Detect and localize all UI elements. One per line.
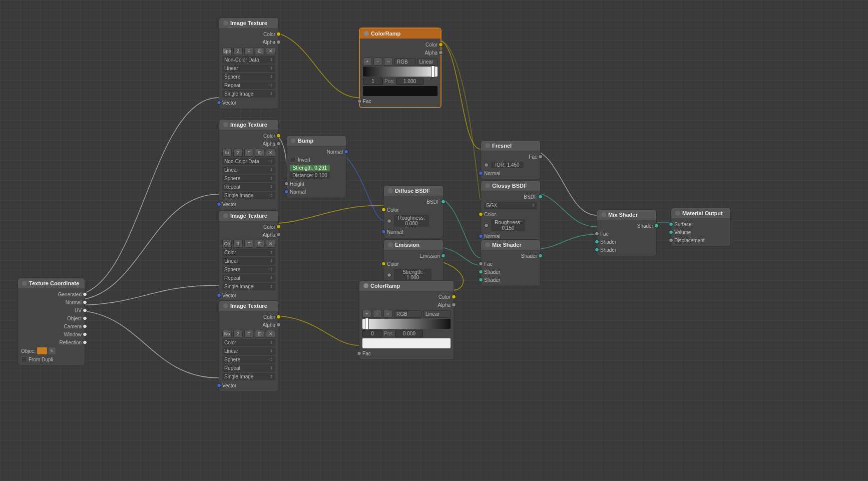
cr1-pos: 1 Pos: 1.000 [363,78,438,85]
image-texture-3-header: Image Texture [219,211,278,221]
diff-color-in: Color [384,206,443,214]
bump-strength-field: Strength: 0.291 [290,165,343,171]
ms1-shader2-in: Shader [481,276,540,284]
it4-icons: No 2 F ⊡ ✕ [222,330,275,338]
tc-generated: Generated [18,290,85,298]
mo-surface-in: Surface [671,220,730,228]
tc-window: Window [18,330,85,338]
image-texture-4-node: Image Texture Color Alpha No 2 F ⊡ ✕ Col… [219,300,279,392]
emission-out: Emission [384,252,443,260]
emission-strength: Strength: 1.000 [387,269,440,281]
glossy-bsdf-header: Glossy BSDF [481,181,540,191]
diff-roughness: Roughness: 0.000 [387,215,440,227]
it4-dd4[interactable]: Repeat⇕ [222,364,275,372]
texture-coordinate-node: Texture Coordinate Generated Normal UV O… [18,278,85,366]
glossy-color-in: Color [481,210,540,218]
it4-color: Color [219,313,278,321]
it2-alpha: Alpha [219,140,278,148]
ms2-fac-in: Fac [597,230,656,238]
mo-displacement-in: Displacement [671,236,730,244]
diff-normal-in: Normal [384,228,443,236]
it1-dd1[interactable]: Non-Color Data⇕ [222,56,275,64]
fresnel-normal-in: Normal [481,169,540,177]
it3-dd5[interactable]: Single Image⇕ [222,283,275,290]
it1-dd4[interactable]: Repeat⇕ [222,82,275,89]
bump-invert: Invert [287,156,346,164]
it1-color: Color [219,30,278,38]
it4-dd2[interactable]: Linear⇕ [222,347,275,355]
it1-dd3[interactable]: Sphere⇕ [222,73,275,81]
fresnel-fac-out: Fac [481,153,540,161]
ms1-shader-out: Shader [481,252,540,260]
bump-header: Bump [287,136,346,146]
bump-node: Bump Normal Invert Strength: 0.291 Dista… [286,135,346,198]
it1-dd5[interactable]: Single Image⇕ [222,90,275,98]
it1-dd2[interactable]: Linear⇕ [222,65,275,72]
ms2-shader2-in: Shader [597,246,656,254]
fresnel-ior: IOR: 1.450 [484,162,537,168]
diff-bsdf-out: BSDF [384,198,443,206]
it2-dd1[interactable]: Non-Color Data⇕ [222,158,275,165]
image-texture-1-header: Image Texture [219,18,278,28]
it3-dd2[interactable]: Linear⇕ [222,257,275,265]
it2-icons: tu 2 F ⊡ ✕ [222,149,275,157]
fresnel-header: Fresnel [481,141,540,151]
mix-shader-1-node: Mix Shader Shader Fac Shader Shader [481,239,541,286]
emission-header: Emission [384,240,443,250]
bump-normal-in: Normal [287,188,346,196]
diffuse-bsdf-node: Diffuse BSDF BSDF Color Roughness: 0.000… [383,185,444,238]
glossy-ggx[interactable]: GGX⇕ [484,202,537,209]
cr1-fac: Fac [360,97,441,105]
it1-icons: Spe 2 F ⊡ ✕ [222,47,275,55]
cr2-fac: Fac [359,349,454,357]
cr2-alpha: Alpha [359,301,454,309]
cr2-color: Color [359,293,454,301]
tc-reflection: Reflection [18,338,85,346]
it3-vector: Vector [219,291,278,299]
color-ramp-2-header: ColorRamp [359,281,454,291]
material-output-node: Material Output Surface Volume Displacem… [671,208,731,247]
it4-dd3[interactable]: Sphere⇕ [222,356,275,363]
it4-alpha: Alpha [219,321,278,329]
fresnel-node: Fresnel Fac IOR: 1.450 Normal [481,140,541,180]
texture-coordinate-header: Texture Coordinate [18,278,85,288]
mix-shader-2-header: Mix Shader [597,210,656,220]
image-texture-2-header: Image Texture [219,120,278,130]
it2-dd2[interactable]: Linear⇕ [222,166,275,174]
cr2-pos: 0 Pos: 0.000 [362,330,451,337]
cr1-alpha: Alpha [360,49,441,57]
it3-alpha: Alpha [219,231,278,239]
it3-dd1[interactable]: Color⇕ [222,249,275,256]
it2-dd4[interactable]: Repeat⇕ [222,183,275,191]
material-output-header: Material Output [671,208,730,218]
mix-shader-1-header: Mix Shader [481,240,540,250]
cr2-controls: + − ↔ RGB Linear [362,310,451,318]
it2-dd3[interactable]: Sphere⇕ [222,175,275,182]
it2-vector: Vector [219,200,278,208]
color-ramp-1-header: ColorRamp [360,29,441,39]
tc-object: Object [18,314,85,322]
ms1-shader1-in: Shader [481,268,540,276]
it1-alpha: Alpha [219,38,278,46]
ms2-shader-out: Shader [597,222,656,230]
tc-camera: Camera [18,322,85,330]
it3-dd4[interactable]: Repeat⇕ [222,274,275,282]
color-ramp-2-node: ColorRamp Color Alpha + − ↔ RGB Linear 0… [359,280,454,360]
emission-color-in: Color [384,260,443,268]
color-ramp-1-node: ColorRamp Color Alpha + − ↔ RGB Linear 1… [359,28,442,108]
diffuse-bsdf-header: Diffuse BSDF [384,186,443,196]
mix-shader-2-node: Mix Shader Shader Fac Shader Shader [597,209,657,256]
cr1-preview [363,86,438,96]
mo-volume-in: Volume [671,228,730,236]
bump-height-in: Height [287,180,346,188]
it4-dd5[interactable]: Single Image⇕ [222,373,275,380]
it3-dd3[interactable]: Sphere⇕ [222,266,275,273]
image-texture-4-header: Image Texture [219,301,278,311]
it4-vector: Vector [219,381,278,389]
it2-dd5[interactable]: Single Image⇕ [222,192,275,199]
image-texture-3-node: Image Texture Color Alpha Co 3 F ⊡ ✕ Col… [219,210,279,302]
it4-dd1[interactable]: Color⇕ [222,339,275,346]
cr1-controls: + − ↔ RGB Linear [363,58,438,66]
it1-vector: Vector [219,99,278,107]
it3-icons: Co 3 F ⊡ ✕ [222,240,275,248]
